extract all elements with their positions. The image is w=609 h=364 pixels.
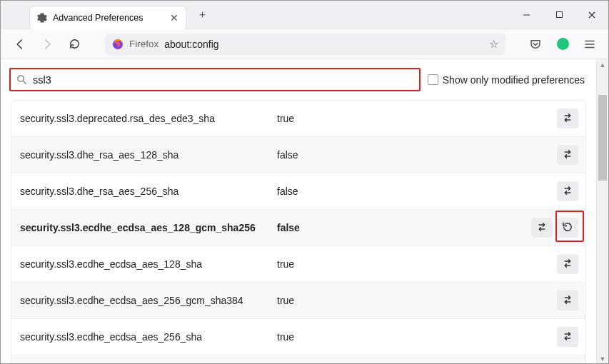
pref-row: security.ssl3.dhe_rsa_aes_128_shafalse	[11, 137, 585, 173]
url-prefix: Firefox	[129, 39, 158, 49]
url-text: about:config	[164, 39, 218, 50]
preference-table: security.ssl3.deprecated.rsa_des_ede3_sh…	[11, 100, 586, 364]
pref-value: true	[277, 113, 557, 124]
pref-value: false	[277, 222, 531, 233]
vertical-scrollbar[interactable]: ▲ ▼	[596, 59, 608, 364]
toggle-icon	[561, 293, 574, 308]
search-input[interactable]	[33, 74, 413, 86]
svg-rect-0	[556, 12, 562, 18]
page-viewport: Show only modified preferences security.…	[1, 59, 608, 364]
pocket-icon[interactable]	[525, 34, 545, 54]
minimize-button[interactable]	[510, 1, 543, 29]
show-modified-checkbox[interactable]	[428, 74, 438, 85]
pref-value: false	[277, 186, 557, 197]
toggle-icon	[561, 330, 574, 345]
green-circle-icon	[557, 38, 569, 50]
search-row: Show only modified preferences	[1, 59, 596, 97]
toggle-icon	[535, 221, 548, 236]
extension-icon[interactable]	[553, 34, 573, 54]
pref-row: security.ssl3.ecdhe_ecdsa_aes_128_gcm_sh…	[11, 210, 585, 246]
pref-value: true	[277, 331, 557, 343]
browser-tab[interactable]: Advanced Preferences ✕	[29, 6, 186, 30]
bookmark-star-icon[interactable]: ☆	[489, 38, 498, 51]
row-buttons	[557, 181, 578, 201]
row-buttons	[557, 327, 578, 347]
scroll-thumb[interactable]	[598, 95, 607, 181]
pref-row: security.ssl3.ecdhe_ecdsa_aes_128_shatru…	[11, 246, 585, 283]
maximize-button[interactable]	[543, 1, 575, 29]
pref-row: security.ssl3.dhe_rsa_aes_256_shafalse	[11, 173, 585, 210]
gear-icon	[37, 13, 47, 23]
pref-value: true	[277, 258, 557, 270]
new-tab-button[interactable]: ＋	[192, 5, 212, 25]
row-buttons	[557, 290, 578, 310]
pref-name: security.ssl3.dhe_rsa_aes_256_sha	[20, 186, 277, 197]
row-buttons	[557, 108, 578, 128]
pref-row: security.ssl3.ecdhe_ecdsa_aes_256_shatru…	[11, 319, 585, 355]
search-box[interactable]	[9, 68, 421, 91]
pref-name: security.ssl3.dhe_rsa_aes_128_sha	[20, 149, 277, 161]
pref-row: security.ssl3.ecdhe_ecdsa_aes_256_gcm_sh…	[11, 283, 585, 319]
svg-point-2	[18, 76, 24, 81]
scroll-up-icon[interactable]: ▲	[597, 59, 608, 71]
pref-row: security.ssl3.ecdhe_ecdsa_chacha20_poly1…	[11, 355, 585, 364]
scroll-down-icon[interactable]: ▼	[597, 353, 608, 364]
row-buttons	[531, 218, 578, 238]
pref-value: false	[277, 149, 557, 161]
toggle-icon	[561, 184, 574, 199]
toggle-icon	[561, 111, 574, 126]
toggle-button[interactable]	[557, 327, 578, 347]
pref-name: security.ssl3.ecdhe_ecdsa_aes_256_gcm_sh…	[20, 295, 277, 306]
toggle-icon	[561, 257, 574, 272]
toolbar: Firefox about:config ☆	[1, 29, 608, 59]
firefox-logo-icon	[112, 39, 124, 50]
toggle-button[interactable]	[557, 254, 578, 274]
pref-value: true	[277, 295, 557, 306]
search-icon	[16, 74, 27, 85]
pref-name: security.ssl3.ecdhe_ecdsa_aes_128_gcm_sh…	[20, 222, 277, 233]
back-button[interactable]	[9, 34, 31, 55]
pref-name: security.ssl3.ecdhe_ecdsa_aes_256_sha	[20, 331, 277, 343]
toolbar-right-icons	[525, 34, 600, 54]
pref-name: security.ssl3.ecdhe_ecdsa_aes_128_sha	[20, 258, 277, 270]
show-modified-text: Show only modified preferences	[443, 74, 585, 86]
toggle-button[interactable]	[557, 108, 578, 128]
reset-icon	[561, 221, 574, 236]
titlebar: Advanced Preferences ✕ ＋	[1, 1, 608, 29]
toggle-button[interactable]	[557, 181, 578, 201]
toggle-button[interactable]	[531, 218, 553, 238]
pref-row: security.ssl3.deprecated.rsa_des_ede3_sh…	[11, 101, 585, 137]
window-controls	[510, 1, 608, 29]
toggle-button[interactable]	[557, 145, 578, 165]
menu-button[interactable]	[580, 34, 600, 54]
aboutconfig-content: Show only modified preferences security.…	[1, 59, 608, 364]
show-modified-label[interactable]: Show only modified preferences	[428, 74, 585, 86]
toggle-icon	[561, 148, 574, 163]
reload-button[interactable]	[64, 34, 85, 55]
address-bar[interactable]: Firefox about:config ☆	[105, 34, 505, 55]
reset-button[interactable]	[557, 218, 578, 238]
row-buttons	[557, 254, 578, 274]
forward-button[interactable]	[36, 34, 58, 55]
pref-name: security.ssl3.deprecated.rsa_des_ede3_sh…	[20, 113, 277, 124]
tab-title: Advanced Preferences	[53, 13, 143, 23]
close-tab-icon[interactable]: ✕	[170, 12, 178, 24]
toggle-button[interactable]	[557, 290, 578, 310]
row-buttons	[557, 145, 578, 165]
close-window-button[interactable]	[575, 1, 608, 29]
